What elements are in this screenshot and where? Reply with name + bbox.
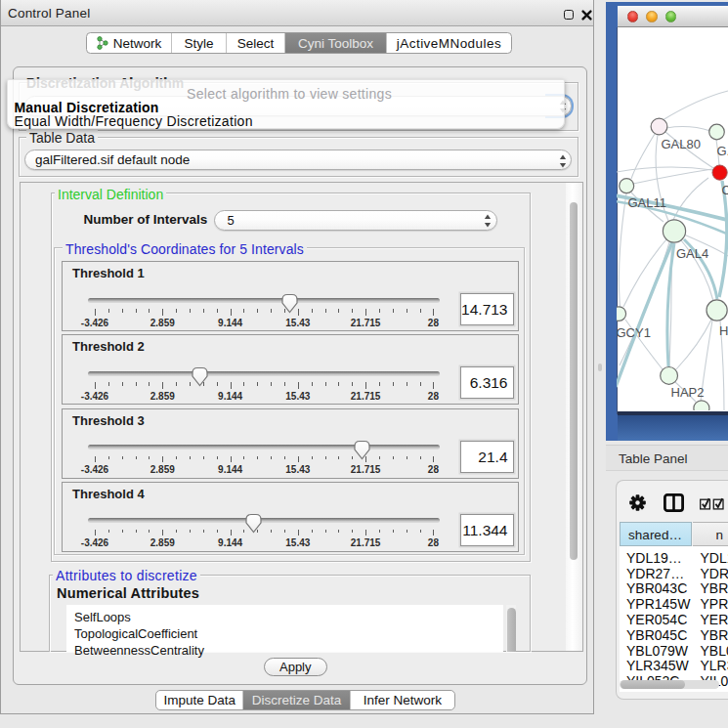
svg-text:GAL11: GAL11 bbox=[628, 195, 667, 210]
svg-text:G.: G. bbox=[717, 144, 728, 158]
svg-text:GAL4: GAL4 bbox=[676, 246, 708, 261]
svg-text:C: C bbox=[722, 183, 728, 197]
svg-text:GAL80: GAL80 bbox=[662, 137, 701, 151]
svg-text:H: H bbox=[719, 323, 728, 338]
svg-text:GCY1: GCY1 bbox=[617, 325, 651, 340]
svg-text:HAP2: HAP2 bbox=[671, 385, 705, 400]
